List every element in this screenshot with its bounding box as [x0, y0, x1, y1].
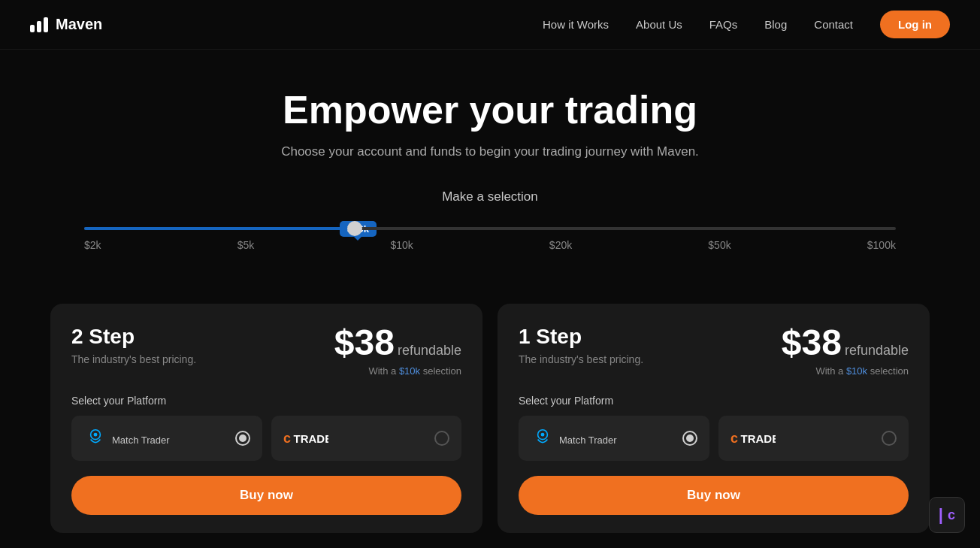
navbar: Maven How it Works About Us FAQs Blog Co…: [0, 0, 980, 50]
slider-fill: [84, 227, 355, 230]
card-header-two-step: 2 Step The industry's best pricing. $38r…: [71, 325, 461, 377]
slider-thumb[interactable]: [347, 221, 362, 236]
card-one-step: 1 Step The industry's best pricing. $38r…: [498, 304, 930, 533]
svg-text:c: c: [283, 431, 291, 446]
card-title-two-step: 2 Step: [71, 325, 196, 349]
platform-ctrader-two-step[interactable]: c TRADER: [271, 416, 462, 461]
nav-link-contact[interactable]: Contact: [814, 18, 853, 31]
hero-section: Empower your trading Choose your account…: [0, 50, 980, 281]
nav-link-about-us[interactable]: About Us: [636, 18, 682, 31]
svg-point-1: [94, 433, 98, 437]
platform-match-trader-one-step[interactable]: Match Trader: [519, 416, 709, 461]
match-trader-logo-two-step: Match Trader: [83, 426, 170, 450]
price-note-link-one-step[interactable]: $10k: [846, 365, 867, 377]
card-subtitle-one-step: The industry's best pricing.: [519, 353, 643, 365]
card-price-block-two-step: $38refundable With a $10k selection: [334, 325, 461, 377]
radio-ctrader-two-step[interactable]: [434, 431, 449, 446]
platform-options-two-step: Match Trader c TRADER: [71, 416, 461, 461]
radio-match-trader-two-step[interactable]: [235, 431, 250, 446]
radio-ctrader-one-step[interactable]: [882, 431, 897, 446]
ctrader-svg-one-step: c TRADER: [730, 428, 776, 449]
match-trader-icon-one-step: [531, 426, 555, 450]
platform-ctrader-one-step[interactable]: c TRADER: [718, 416, 909, 461]
widget-corner[interactable]: | c: [929, 497, 965, 533]
radio-match-trader-one-step[interactable]: [682, 431, 697, 446]
platform-match-trader-two-step[interactable]: Match Trader: [71, 416, 262, 461]
widget-text: c: [948, 507, 955, 523]
platform-options-one-step: Match Trader c TRADER: [519, 416, 909, 461]
slider-ticks: $2k $5k $10k $20k $50k $100k: [84, 239, 896, 251]
nav-link-blog[interactable]: Blog: [764, 18, 787, 31]
slider-container: $10k $2k $5k $10k $20k $50k $100k: [84, 227, 896, 259]
card-price-note-one-step: With a $10k selection: [782, 365, 909, 377]
match-trader-logo-one-step: Match Trader: [531, 426, 617, 450]
tick-20k: $20k: [549, 239, 572, 251]
card-two-step: 2 Step The industry's best pricing. $38r…: [50, 304, 482, 533]
logo[interactable]: Maven: [30, 16, 102, 33]
ctrader-svg-two-step: c TRADER: [283, 428, 328, 449]
card-price-note-two-step: With a $10k selection: [334, 365, 461, 377]
radio-inner-match-trader-two-step: [239, 434, 247, 442]
match-trader-icon-two-step: [83, 426, 107, 450]
tick-5k: $5k: [237, 239, 255, 251]
tick-50k: $50k: [708, 239, 730, 251]
card-price-two-step: $38refundable: [334, 325, 461, 361]
ctrader-logo-two-step: c TRADER: [283, 428, 328, 449]
buy-button-one-step[interactable]: Buy now: [519, 476, 909, 515]
svg-point-5: [541, 433, 545, 437]
slider-track[interactable]: [84, 227, 896, 230]
match-trader-name-one-step: Match Trader: [559, 434, 617, 446]
card-price-one-step: $38refundable: [782, 325, 909, 361]
radio-inner-match-trader-one-step: [686, 434, 694, 442]
platform-label-one-step: Select your Platform: [519, 395, 909, 407]
hero-subtitle: Choose your account and funds to begin y…: [15, 144, 965, 159]
match-trader-name-two-step: Match Trader: [112, 434, 170, 446]
logo-icon: [30, 17, 48, 32]
card-title-block-one-step: 1 Step The industry's best pricing.: [519, 325, 643, 365]
card-price-block-one-step: $38refundable With a $10k selection: [782, 325, 909, 377]
nav-links: How it Works About Us FAQs Blog Contact …: [543, 11, 950, 38]
svg-text:c: c: [730, 431, 738, 446]
card-subtitle-two-step: The industry's best pricing.: [71, 353, 196, 365]
slider-section: Make a selection $10k $2k $5k $10k $20k …: [39, 189, 941, 259]
cards-section: 2 Step The industry's best pricing. $38r…: [20, 304, 960, 533]
hero-title: Empower your trading: [15, 87, 965, 132]
tick-10k: $10k: [390, 239, 413, 251]
login-button[interactable]: Log in: [880, 11, 950, 38]
platform-label-two-step: Select your Platform: [71, 395, 461, 407]
price-note-link-two-step[interactable]: $10k: [399, 365, 420, 377]
card-header-one-step: 1 Step The industry's best pricing. $38r…: [519, 325, 909, 377]
logo-text: Maven: [56, 16, 102, 33]
card-title-one-step: 1 Step: [519, 325, 643, 349]
nav-link-how-it-works[interactable]: How it Works: [543, 18, 609, 31]
svg-text:TRADER: TRADER: [293, 432, 328, 445]
tick-100k: $100k: [867, 239, 896, 251]
buy-button-two-step[interactable]: Buy now: [71, 476, 461, 515]
lc-icon: |: [939, 505, 943, 525]
nav-link-faqs[interactable]: FAQs: [709, 18, 738, 31]
svg-text:TRADER: TRADER: [740, 432, 776, 445]
tick-2k: $2k: [84, 239, 101, 251]
slider-label: Make a selection: [84, 189, 896, 204]
ctrader-logo-one-step: c TRADER: [730, 428, 776, 449]
card-title-block-two-step: 2 Step The industry's best pricing.: [71, 325, 196, 365]
